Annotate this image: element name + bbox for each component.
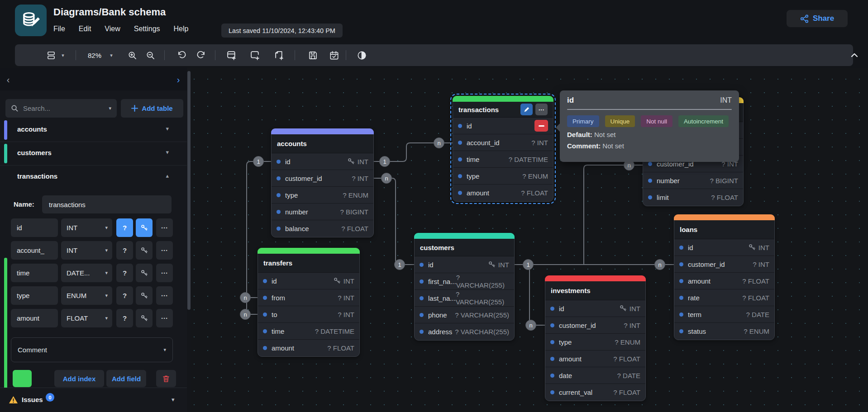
- table-field-row[interactable]: idINT: [272, 153, 373, 170]
- save-button[interactable]: [305, 44, 320, 66]
- field-type-select[interactable]: FLOAT▾: [61, 309, 112, 327]
- table-more-options-button[interactable]: ···: [535, 104, 548, 115]
- table-search-input[interactable]: Search... ▾: [5, 99, 117, 118]
- field-type-select[interactable]: INT▾: [61, 241, 112, 260]
- sidebar-scrollbar[interactable]: [187, 68, 191, 412]
- search-caret-icon[interactable]: ▾: [109, 105, 111, 111]
- table-field-row[interactable]: customer_id? INT: [545, 317, 645, 334]
- redo-button[interactable]: [194, 44, 209, 66]
- field-nullable-toggle[interactable]: ?: [116, 218, 133, 237]
- table-field-row[interactable]: type? ENUM: [272, 187, 373, 204]
- chevron-down-icon[interactable]: ▾: [172, 396, 175, 403]
- delete-field-button[interactable]: [534, 120, 548, 132]
- menu-settings[interactable]: Settings: [134, 25, 160, 33]
- table-field-row[interactable]: last_na...? VARCHAR(255): [415, 290, 514, 307]
- zoom-out-button[interactable]: [143, 44, 157, 66]
- table-field-row[interactable]: amount? FLOAT: [453, 185, 553, 201]
- field-name-input[interactable]: time: [11, 264, 58, 282]
- sidebar-item-accounts[interactable]: accounts ▾: [0, 118, 187, 142]
- table-field-row[interactable]: from? INT: [258, 289, 359, 306]
- field-nullable-toggle[interactable]: ?: [116, 264, 133, 282]
- field-nullable-toggle[interactable]: ?: [116, 286, 133, 305]
- diagram-table-customers[interactable]: customersidINTfirst_na...? VARCHAR(255)l…: [414, 233, 515, 341]
- issues-bar[interactable]: Issues 0 ▾: [0, 388, 187, 412]
- table-field-row[interactable]: current_val? FLOAT: [545, 384, 645, 401]
- field-name-input[interactable]: id: [11, 218, 58, 237]
- table-header[interactable]: customers: [415, 239, 514, 256]
- zoom-in-button[interactable]: [125, 44, 139, 66]
- table-field-row[interactable]: idINT: [674, 239, 774, 256]
- field-name-input[interactable]: type: [11, 286, 58, 305]
- table-field-row[interactable]: customer_id? INT: [272, 170, 373, 187]
- table-name-input[interactable]: transactions: [42, 195, 172, 213]
- diagram-table-transactions[interactable]: transactions···idaccount_id? INTtime? DA…: [453, 96, 553, 202]
- add-note-tool-button[interactable]: [271, 44, 287, 66]
- sidebar-item-customers[interactable]: customers ▾: [0, 142, 187, 166]
- header-layout-button[interactable]: [43, 44, 59, 66]
- scrollbar-thumb[interactable]: [187, 71, 191, 310]
- delete-table-button[interactable]: [156, 370, 176, 387]
- field-name-input[interactable]: amount: [11, 309, 58, 327]
- field-nullable-toggle[interactable]: ?: [116, 309, 133, 327]
- add-table-tool-button[interactable]: [224, 44, 240, 66]
- table-field-row[interactable]: id: [453, 118, 553, 134]
- collapse-toolbar-button[interactable]: [847, 44, 862, 66]
- table-field-row[interactable]: status? ENUM: [674, 323, 774, 340]
- table-field-row[interactable]: address? VARCHAR(255): [415, 323, 514, 340]
- commit-calendar-button[interactable]: [326, 44, 342, 66]
- zoom-caret-icon[interactable]: ▾: [108, 44, 114, 66]
- add-field-button[interactable]: Add field: [106, 370, 146, 387]
- table-field-row[interactable]: idINT: [545, 300, 645, 317]
- table-field-row[interactable]: account_id? INT: [453, 134, 553, 151]
- layout-caret-icon[interactable]: ▾: [60, 44, 66, 66]
- table-field-row[interactable]: number? BIGINT: [272, 204, 373, 220]
- tabs-scroll-right-icon[interactable]: ›: [174, 68, 183, 91]
- field-more-options-button[interactable]: ···: [156, 241, 173, 260]
- table-field-row[interactable]: idINT: [258, 273, 359, 289]
- tabs-scroll-left-icon[interactable]: ‹: [4, 68, 13, 91]
- undo-button[interactable]: [174, 44, 189, 66]
- table-field-row[interactable]: term? DATE: [674, 306, 774, 323]
- table-field-row[interactable]: number? BIGINT: [643, 172, 743, 189]
- menu-view[interactable]: View: [105, 25, 120, 33]
- field-primary-key-toggle[interactable]: [136, 218, 153, 237]
- table-field-row[interactable]: type? ENUM: [545, 334, 645, 350]
- zoom-level-display[interactable]: 82%: [83, 44, 106, 66]
- field-type-select[interactable]: ENUM▾: [61, 286, 112, 305]
- table-field-row[interactable]: balance? FLOAT: [272, 220, 373, 237]
- table-field-row[interactable]: phone? VARCHAR(255): [415, 307, 514, 323]
- field-primary-key-toggle[interactable]: [136, 264, 153, 282]
- field-primary-key-toggle[interactable]: [136, 309, 153, 327]
- table-color-swatch[interactable]: [13, 370, 32, 387]
- table-field-row[interactable]: idINT: [415, 256, 514, 273]
- table-field-row[interactable]: amount? FLOAT: [258, 340, 359, 356]
- table-field-row[interactable]: first_na...? VARCHAR(255): [415, 273, 514, 290]
- add-table-button[interactable]: Add table: [121, 99, 183, 118]
- menu-file[interactable]: File: [53, 25, 65, 33]
- table-field-row[interactable]: customer_id? INT: [674, 256, 774, 273]
- table-header[interactable]: transfers: [258, 254, 359, 273]
- field-primary-key-toggle[interactable]: [136, 241, 153, 260]
- theme-toggle-button[interactable]: [354, 44, 369, 66]
- diagram-table-accounts[interactable]: accountsidINTcustomer_id? INTtype? ENUMn…: [271, 128, 374, 237]
- table-field-row[interactable]: type? ENUM: [453, 168, 553, 185]
- field-primary-key-toggle[interactable]: [136, 286, 153, 305]
- table-header[interactable]: investments: [545, 281, 645, 300]
- chevron-down-icon[interactable]: ▾: [166, 149, 169, 156]
- field-type-select[interactable]: DATE...▾: [61, 264, 112, 282]
- field-more-options-button[interactable]: ···: [156, 286, 173, 305]
- sidebar-item-transactions[interactable]: transactions ▴: [0, 166, 187, 189]
- add-index-button[interactable]: Add index: [54, 370, 104, 387]
- diagram-table-transfers[interactable]: transfersidINTfrom? INTto? INTtime? DATE…: [258, 248, 360, 357]
- comment-collapse[interactable]: Comment ▾: [11, 337, 173, 362]
- share-button[interactable]: Share: [787, 10, 848, 27]
- table-field-row[interactable]: limit? FLOAT: [643, 189, 743, 206]
- field-type-select[interactable]: INT▾: [61, 218, 112, 237]
- add-area-tool-button[interactable]: [247, 44, 263, 66]
- chevron-down-icon[interactable]: ▾: [166, 125, 169, 132]
- diagram-table-loans[interactable]: loansidINTcustomer_id? INTamount? FLOATr…: [674, 214, 775, 340]
- menu-help[interactable]: Help: [174, 25, 189, 33]
- field-more-options-button[interactable]: ···: [156, 218, 173, 237]
- table-header[interactable]: transactions···: [453, 102, 553, 118]
- field-name-input[interactable]: account_: [11, 241, 58, 260]
